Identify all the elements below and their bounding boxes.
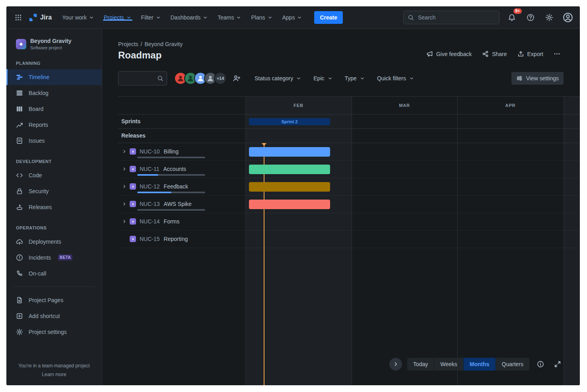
zoom-quarters-button[interactable]: Quarters xyxy=(496,358,529,371)
sidebar-item-issues[interactable]: Issues xyxy=(6,133,102,149)
nav-item-projects[interactable]: Projects xyxy=(99,14,136,21)
timeline-search-input[interactable] xyxy=(122,75,155,82)
epic-name[interactable]: Billing xyxy=(164,148,179,155)
person-silhouette-icon xyxy=(177,74,185,82)
timeline-info-button[interactable] xyxy=(535,358,546,370)
type-filter[interactable]: Type xyxy=(345,75,365,82)
epic-name[interactable]: Reporting xyxy=(164,236,188,242)
settings-button[interactable] xyxy=(543,11,556,24)
epic-icon xyxy=(130,201,136,207)
nav-item-your-work[interactable]: Your work xyxy=(57,14,99,21)
global-search-input[interactable] xyxy=(417,14,495,21)
epic-icon xyxy=(130,236,136,242)
page-header-left: Projects / Beyond Gravity Roadmap xyxy=(118,41,183,61)
person-silhouette-icon xyxy=(206,74,214,82)
avatar-group: +14 xyxy=(174,72,227,85)
zoom-months-button[interactable]: Months xyxy=(463,358,496,371)
epic-key[interactable]: NUC-15 xyxy=(140,236,160,242)
fullscreen-button[interactable] xyxy=(552,358,564,370)
epic-name[interactable]: Feedback xyxy=(164,183,188,190)
status-category-filter[interactable]: Status category xyxy=(255,75,301,82)
project-header[interactable]: ◆ Beyond Gravity Software project xyxy=(6,29,102,50)
app-switcher-button[interactable] xyxy=(12,11,25,24)
lock-icon xyxy=(16,188,23,195)
timeline-search[interactable] xyxy=(118,71,167,85)
sidebar-item-board[interactable]: Board xyxy=(6,101,102,117)
sidebar-item-project-settings[interactable]: Project settings xyxy=(6,324,102,340)
more-actions-button[interactable] xyxy=(550,48,564,60)
chevron-down-icon xyxy=(126,15,132,20)
expand-chevron-icon[interactable] xyxy=(121,219,127,225)
nav-item-dashboards[interactable]: Dashboards xyxy=(166,14,213,21)
learn-more-link[interactable]: Learn more xyxy=(11,372,97,377)
epic-filter[interactable]: Epic xyxy=(313,75,332,82)
month-header-row: FEB MAR APR xyxy=(118,97,580,114)
breadcrumb-projects[interactable]: Projects xyxy=(118,41,138,47)
nav-item-plans[interactable]: Plans xyxy=(246,14,277,21)
bell-icon xyxy=(508,14,516,21)
epic-name[interactable]: Accounts xyxy=(163,166,187,172)
jira-logo[interactable]: Jira xyxy=(25,13,57,22)
sidebar-item-timeline[interactable]: Timeline xyxy=(6,69,102,85)
chevron-down-icon xyxy=(360,76,365,81)
sidebar-item-deployments[interactable]: Deployments xyxy=(6,234,102,250)
pan-right-button[interactable] xyxy=(389,358,402,371)
epic-key[interactable]: NUC-12 xyxy=(140,183,160,190)
expand-chevron-icon[interactable] xyxy=(121,184,127,190)
epic-key[interactable]: NUC-10 xyxy=(140,148,160,155)
epic-key[interactable]: NUC-14 xyxy=(140,218,160,225)
sidebar-item-on-call[interactable]: On-call xyxy=(6,266,102,281)
person-silhouette-icon xyxy=(196,74,204,82)
sidebar-item-add-shortcut[interactable]: Add shortcut xyxy=(6,308,102,324)
epic-gantt-bar[interactable] xyxy=(249,182,330,192)
sidebar-item-reports[interactable]: Reports xyxy=(6,117,102,133)
share-button[interactable]: Share xyxy=(479,48,510,60)
sidebar-item-backlog[interactable]: Backlog xyxy=(6,85,102,101)
ship-icon xyxy=(16,204,23,211)
epic-key[interactable]: NUC-13 xyxy=(140,201,160,207)
sprint-bar[interactable]: Sprint 2 xyxy=(249,118,330,125)
epic-row: NUC-10 Billing xyxy=(118,143,580,161)
nav-item-filter[interactable]: Filter xyxy=(136,14,166,21)
expand-chevron-icon[interactable] xyxy=(121,149,127,155)
chevron-right-icon xyxy=(393,361,398,367)
epic-icon xyxy=(130,148,136,155)
epic-gantt-bar[interactable] xyxy=(249,147,330,157)
notification-badge: 9+ xyxy=(513,8,522,14)
epic-gantt-bar[interactable] xyxy=(249,200,330,209)
sidebar-item-security[interactable]: Security xyxy=(6,183,102,199)
view-settings-button[interactable]: View settings xyxy=(511,72,564,85)
top-navigation-bar: Jira Your work Projects Filter Dashboard… xyxy=(6,6,580,29)
sidebar-item-incidents[interactable]: Incidents BETA xyxy=(6,250,102,266)
search-icon xyxy=(408,14,414,21)
add-people-button[interactable] xyxy=(231,72,243,84)
give-feedback-button[interactable]: Give feedback xyxy=(423,48,475,60)
sidebar-item-project-pages[interactable]: Project Pages xyxy=(6,292,102,308)
create-button[interactable]: Create xyxy=(314,11,343,24)
epic-gantt-bar[interactable] xyxy=(249,165,330,174)
timeline-chart: FEB MAR APR Sprints Sprint 2 Releases xyxy=(118,96,580,385)
profile-button[interactable] xyxy=(562,11,574,24)
sidebar-item-releases[interactable]: Releases xyxy=(6,199,102,215)
global-search[interactable] xyxy=(403,11,500,24)
help-button[interactable] xyxy=(524,11,537,24)
nav-item-teams[interactable]: Teams xyxy=(213,14,246,21)
zoom-today-button[interactable]: Today xyxy=(407,358,434,371)
epic-key[interactable]: NUC-11 xyxy=(140,166,159,172)
sidebar-item-code[interactable]: Code xyxy=(6,167,102,183)
export-button[interactable]: Export xyxy=(514,48,546,60)
nav-item-apps[interactable]: Apps xyxy=(278,14,307,21)
avatar-overflow-count[interactable]: +14 xyxy=(214,72,227,85)
section-title-operations: OPERATIONS xyxy=(6,215,102,234)
quick-filters[interactable]: Quick filters xyxy=(377,75,414,82)
zoom-weeks-button[interactable]: Weeks xyxy=(434,358,463,371)
epic-name[interactable]: Forms xyxy=(164,218,180,225)
chevron-down-icon xyxy=(89,15,94,20)
epic-icon xyxy=(130,183,136,190)
share-icon xyxy=(482,50,489,57)
epic-name[interactable]: AWS Spike xyxy=(164,201,192,207)
expand-chevron-icon[interactable] xyxy=(121,201,127,207)
expand-chevron-icon[interactable] xyxy=(121,166,127,172)
project-sidebar: ◆ Beyond Gravity Software project PLANNI… xyxy=(6,29,102,385)
breadcrumb-project-name[interactable]: Beyond Gravity xyxy=(144,41,183,47)
